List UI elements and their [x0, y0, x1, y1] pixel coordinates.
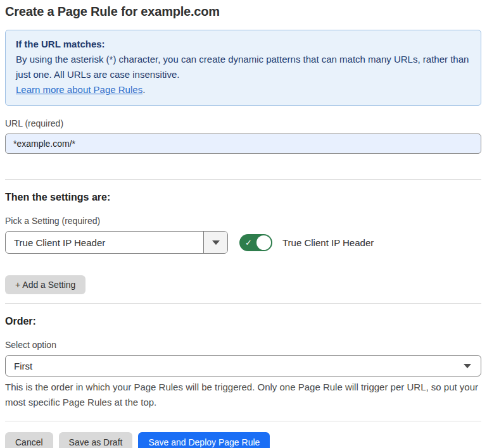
url-field-label: URL (required)	[5, 118, 481, 128]
info-box-body: By using the asterisk (*) character, you…	[16, 52, 471, 82]
save-as-draft-button[interactable]: Save as Draft	[59, 432, 133, 448]
setting-dropdown-arrow-button[interactable]	[203, 232, 227, 253]
page-title: Create a Page Rule for example.com	[5, 4, 481, 19]
setting-picker-label: Pick a Setting (required)	[5, 216, 481, 226]
settings-section-heading: Then the settings are:	[5, 192, 481, 203]
toggle-label: True Client IP Header	[282, 237, 374, 248]
order-select[interactable]: First	[5, 355, 481, 376]
section-divider	[5, 179, 481, 180]
info-box-heading: If the URL matches:	[16, 37, 471, 52]
add-setting-button[interactable]: + Add a Setting	[5, 275, 85, 294]
chevron-down-icon	[212, 240, 220, 245]
check-icon: ✓	[245, 239, 252, 247]
learn-more-link[interactable]: Learn more about Page Rules	[16, 84, 142, 95]
setting-picker-row: True Client IP Header ✓ True Client IP H…	[5, 231, 481, 254]
url-input[interactable]	[5, 134, 481, 154]
section-divider	[5, 303, 481, 304]
page-rule-form: Create a Page Rule for example.com If th…	[0, 0, 487, 448]
order-select-label: Select option	[5, 340, 481, 350]
save-and-deploy-button[interactable]: Save and Deploy Page Rule	[138, 432, 270, 448]
order-select-value: First	[14, 361, 32, 371]
setting-dropdown-value: True Client IP Header	[6, 232, 203, 253]
order-help-text: This is the order in which your Page Rul…	[5, 380, 481, 410]
chevron-down-icon	[464, 364, 471, 368]
order-section-heading: Order:	[5, 316, 481, 327]
info-link-line: Learn more about Page Rules.	[16, 82, 471, 97]
true-client-ip-toggle[interactable]: ✓	[239, 234, 272, 251]
setting-dropdown[interactable]: True Client IP Header	[5, 231, 228, 254]
toggle-knob	[256, 235, 271, 250]
url-match-info-box: If the URL matches: By using the asteris…	[5, 30, 481, 106]
link-period: .	[142, 84, 145, 95]
cancel-button[interactable]: Cancel	[5, 432, 53, 448]
form-actions: Cancel Save as Draft Save and Deploy Pag…	[5, 432, 481, 448]
section-divider	[5, 421, 481, 421]
